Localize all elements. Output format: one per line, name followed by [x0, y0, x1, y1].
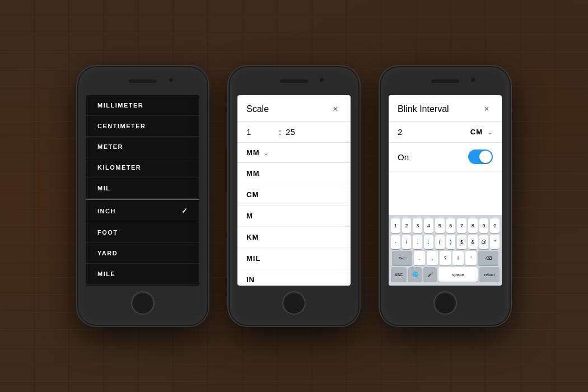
phone-screen-1: MILLIMETER CENTIMETER METER KILOMETER MI…	[86, 95, 199, 286]
delete-key[interactable]: ⌫	[478, 251, 498, 265]
key-5[interactable]: 5	[435, 218, 445, 233]
blink-header: Blink Interval ×	[389, 95, 502, 122]
key-open-paren[interactable]: (	[435, 235, 445, 249]
list-item[interactable]: KILOMETER	[86, 157, 199, 178]
keyboard-row-2: - / : ; ( ) $ & @ "	[391, 235, 500, 249]
blink-title: Blink Interval	[398, 104, 449, 114]
unit-options-list: MM CM M KM MIL IN FT YD	[237, 163, 351, 286]
phone-camera	[470, 77, 476, 83]
scale-input-1[interactable]: 1	[246, 127, 274, 137]
key-exclaim[interactable]: !	[452, 251, 464, 265]
scale-colon: :	[279, 127, 281, 137]
key-apostrophe[interactable]: '	[465, 251, 477, 265]
scale-unit-row[interactable]: MM ⌄	[237, 143, 351, 163]
unit-option[interactable]: CM	[237, 184, 351, 206]
unit-option[interactable]: IN	[237, 269, 351, 286]
key-6[interactable]: 6	[446, 218, 456, 233]
phone-scale: Scale × 1 : 25 MM ⌄ MM CM M KM MIL IN FT…	[230, 67, 358, 325]
blink-unit: CM	[470, 128, 483, 136]
phone-camera	[168, 77, 174, 83]
key-0[interactable]: 0	[490, 218, 500, 233]
phone-speaker	[129, 80, 157, 83]
key-8[interactable]: 8	[468, 218, 478, 233]
checkmark-icon: ✓	[181, 207, 189, 215]
toggle-knob	[479, 151, 492, 163]
blink-value[interactable]: 2	[398, 127, 466, 137]
key-mic[interactable]: 🎤	[423, 267, 437, 282]
key-at[interactable]: @	[479, 235, 489, 249]
list-item-selected[interactable]: INCH ✓	[86, 199, 199, 222]
blink-value-row: 2 CM ⌄	[389, 122, 502, 143]
keyboard-row-3: #+= . , ? ! ' ⌫	[391, 251, 500, 265]
key-symbols[interactable]: #+=	[392, 251, 412, 265]
list-item[interactable]: MILLIMETER	[86, 95, 199, 116]
toggle-switch[interactable]	[468, 150, 493, 164]
key-dollar[interactable]: $	[457, 235, 466, 249]
key-2[interactable]: 2	[402, 218, 412, 233]
unit-list: MILLIMETER CENTIMETER METER KILOMETER MI…	[86, 95, 199, 284]
list-item[interactable]: MIL	[86, 178, 199, 199]
list-item[interactable]: FOOT	[86, 222, 199, 243]
close-button[interactable]: ×	[480, 103, 493, 115]
home-button[interactable]	[433, 291, 457, 315]
scale-inputs: 1 : 25	[237, 122, 351, 143]
space-key[interactable]: space	[438, 267, 478, 282]
phone-screen-3: Blink Interval × 2 CM ⌄ On 1 2 3	[389, 95, 502, 286]
modal-header: Scale ×	[237, 95, 351, 122]
key-7[interactable]: 7	[457, 218, 466, 233]
key-dash[interactable]: -	[391, 235, 400, 249]
on-label: On	[398, 152, 409, 162]
dropdown-arrow-icon[interactable]: ⌄	[487, 128, 493, 136]
key-1[interactable]: 1	[391, 218, 400, 233]
key-abc[interactable]: ABC	[391, 267, 407, 282]
list-item[interactable]: METER	[86, 137, 199, 157]
key-globe[interactable]: 🌐	[408, 267, 422, 282]
key-semicolon[interactable]: ;	[424, 235, 433, 249]
phone-units: MILLIMETER CENTIMETER METER KILOMETER MI…	[78, 67, 207, 325]
key-period[interactable]: .	[414, 251, 425, 265]
key-9[interactable]: 9	[479, 218, 489, 233]
list-item[interactable]: CENTIMETER	[86, 116, 199, 137]
key-question[interactable]: ?	[440, 251, 451, 265]
phone-camera	[319, 77, 325, 83]
key-4[interactable]: 4	[424, 218, 433, 233]
key-close-paren[interactable]: )	[446, 235, 456, 249]
scale-input-2[interactable]: 25	[286, 127, 342, 137]
unit-option[interactable]: M	[237, 206, 351, 227]
key-3[interactable]: 3	[413, 218, 422, 233]
return-key[interactable]: return	[479, 267, 500, 282]
on-row: On	[389, 143, 502, 171]
keyboard-row-1: 1 2 3 4 5 6 7 8 9 0	[391, 218, 500, 233]
close-button[interactable]: ×	[329, 103, 342, 115]
unit-option[interactable]: MM	[237, 163, 351, 184]
phone-screen-2: Scale × 1 : 25 MM ⌄ MM CM M KM MIL IN FT…	[237, 95, 351, 286]
unit-option[interactable]: KM	[237, 227, 351, 248]
key-slash[interactable]: /	[402, 235, 412, 249]
unit-option[interactable]: MIL	[237, 248, 351, 269]
dropdown-arrow-icon: ⌄	[263, 149, 269, 157]
keyboard-row-4: ABC 🌐 🎤 space return	[391, 267, 500, 282]
phone-speaker	[280, 80, 308, 83]
list-item[interactable]: MILE	[86, 264, 199, 284]
key-quote[interactable]: "	[490, 235, 500, 249]
key-ampersand[interactable]: &	[468, 235, 478, 249]
keyboard: 1 2 3 4 5 6 7 8 9 0 - / : ; ( )	[389, 215, 502, 286]
home-button[interactable]	[131, 291, 155, 315]
selected-unit: MM	[246, 148, 260, 157]
key-comma[interactable]: ,	[427, 251, 438, 265]
list-item[interactable]: YARD	[86, 243, 199, 264]
phone-blink: Blink Interval × 2 CM ⌄ On 1 2 3	[381, 67, 510, 325]
phone-speaker	[431, 80, 459, 83]
key-colon[interactable]: :	[413, 235, 422, 249]
modal-title: Scale	[246, 104, 269, 114]
home-button[interactable]	[282, 291, 306, 315]
